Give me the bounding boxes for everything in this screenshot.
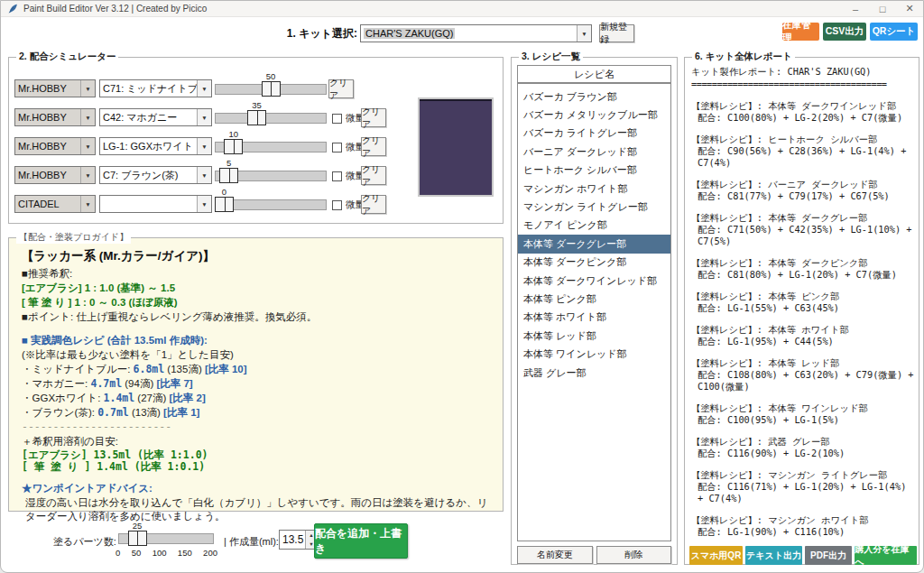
report-entry-mix: 配合: C81(77%) + C79(17%) + C67(5%) (691, 190, 915, 202)
ratio-slider[interactable]: 10 (215, 137, 327, 157)
paint-select[interactable]: ▼ (99, 195, 212, 213)
kit-select-dropdown[interactable]: CHAR'S ZAKU(GQ) ▼ (360, 24, 592, 42)
chevron-down-icon[interactable]: ▼ (577, 25, 591, 42)
text-export-button[interactable]: テキスト出力 (745, 546, 802, 565)
brand-select[interactable]: CITADEL▼ (14, 195, 96, 213)
purchase-to-stock-button[interactable]: 購入分を在庫へ (855, 546, 917, 565)
list-item[interactable]: 本体等 レッド部 (518, 327, 670, 345)
chevron-down-icon[interactable]: ▼ (197, 109, 211, 125)
slider-thumb[interactable] (215, 197, 234, 212)
slider-thumb[interactable] (128, 531, 147, 546)
list-item[interactable]: 本体等 ワインレッド部 (518, 345, 670, 363)
amount-spinner[interactable]: 13.5 ▲ ▼ (279, 530, 318, 550)
minimize-icon[interactable]: – (842, 1, 869, 16)
report-entry-name: 【塗料レシピ】: 本体等 ホワイト部 (691, 324, 915, 336)
register-kit-button[interactable]: 新規登録 (599, 24, 634, 42)
list-item[interactable]: ヒートホーク シルバー部 (518, 162, 670, 180)
chevron-down-icon[interactable]: ▼ (80, 138, 95, 154)
report-entry: 【塗料レシピ】: ヒートホーク シルバー部配合: C90(56%) + C28(… (691, 134, 915, 169)
clear-button[interactable]: クリア (361, 166, 386, 185)
list-item[interactable]: バーニア ダークレッド部 (518, 143, 670, 161)
list-item[interactable]: マシンガン ライトグレー部 (518, 198, 670, 216)
chevron-down-icon[interactable]: ▼ (80, 80, 95, 97)
chevron-down-icon[interactable]: ▼ (197, 196, 211, 212)
paint-select[interactable]: C42: マホガニー▼ (99, 108, 212, 126)
add-mix-button[interactable]: 配合を追加・上書き (314, 523, 408, 559)
list-item[interactable]: 本体等 ダークグレー部 (518, 235, 670, 253)
slider-thumb[interactable] (219, 168, 238, 183)
clear-button[interactable]: クリア (361, 195, 386, 214)
list-item[interactable]: 本体等 ダークワインレッド部 (518, 272, 670, 290)
list-item[interactable]: モノアイ ピンク部 (518, 217, 670, 235)
recipe-note: (※比率は最も少ない塗料を「1」とした目安) (22, 348, 490, 362)
list-item[interactable]: バズーカ ブラウン部 (518, 88, 670, 106)
list-item[interactable]: 本体等 ダークピンク部 (518, 254, 670, 272)
list-item[interactable]: バズーカ メタリックブルー部 (518, 106, 670, 124)
slider-thumb[interactable] (224, 139, 243, 154)
brand-select[interactable]: Mr.HOBBY▼ (14, 79, 96, 97)
clear-button[interactable]: クリア (361, 137, 386, 156)
slider-value: 50 (266, 71, 276, 81)
delete-button[interactable]: 削除 (596, 546, 671, 564)
report-entry: 【塗料レシピ】: 本体等 ピンク部配合: LG-1(55%) + C63(45%… (691, 291, 915, 314)
advice-heading: ★ワンポイントアドバイス: (22, 482, 490, 495)
maximize-icon[interactable]: □ (869, 1, 896, 16)
chevron-down-icon[interactable]: ▼ (197, 167, 211, 183)
pdf-export-button[interactable]: PDF出力 (805, 546, 852, 565)
list-item[interactable]: マシンガン ホワイト部 (518, 180, 670, 198)
chevron-down-icon[interactable]: ▼ (80, 167, 95, 183)
brand-select[interactable]: Mr.HOBBY▼ (14, 137, 96, 155)
parts-slider-ticks: 050100150200 (116, 548, 217, 558)
report-entry-name: 【塗料レシピ】: 本体等 ダークグレー部 (691, 212, 915, 224)
paint-select-value: LG-1: GGXホワイト (100, 138, 197, 154)
report-entry: 【塗料レシピ】: マシンガン ホワイト部配合: LG-1(90%) + C116… (691, 514, 915, 538)
trace-checkbox[interactable]: 微量 (332, 141, 365, 153)
chevron-down-icon[interactable]: ▼ (80, 109, 95, 125)
paint-select[interactable]: LG-1: GGXホワイト▼ (99, 137, 212, 155)
parts-slider[interactable]: 25 (118, 529, 214, 549)
stock-manage-button[interactable]: 在庫管理 (782, 23, 819, 41)
brand-select[interactable]: Mr.HOBBY▼ (14, 166, 96, 184)
chevron-down-icon[interactable]: ▼ (80, 196, 95, 212)
checkbox-box[interactable] (332, 171, 342, 181)
airbrush-dilution: [エアブラシ] 1 : 1.0 (基準) ～ 1.5 (22, 282, 490, 295)
slider-thumb[interactable] (262, 81, 281, 97)
ratio-slider[interactable]: 0 (215, 195, 327, 215)
mix-simulator-section: 2. 配合シミュレーター Mr.HOBBY▼C71: ミッドナイトブルー▼50ク… (8, 57, 504, 224)
checkbox-box[interactable] (332, 200, 342, 210)
close-icon[interactable]: ✕ (896, 1, 923, 16)
report-entry-mix: 配合: C116(90%) + LG-2(10%) (691, 448, 915, 459)
ratio-slider[interactable]: 5 (215, 166, 327, 186)
paint-select[interactable]: C71: ミッドナイトブルー▼ (99, 79, 212, 97)
brand-select-value: Mr.HOBBY (15, 80, 80, 97)
paint-select[interactable]: C7: ブラウン(茶)▼ (99, 166, 212, 184)
checkbox-box[interactable] (332, 114, 342, 124)
chevron-down-icon[interactable]: ▼ (197, 138, 211, 154)
report-entry-mix: 配合: LG-1(95%) + C44(5%) (691, 336, 915, 347)
amount-value: 13.5 (280, 531, 305, 549)
slider-track[interactable] (215, 113, 327, 124)
checkbox-box[interactable] (332, 143, 342, 152)
list-item[interactable]: 本体等 ホワイト部 (518, 309, 670, 327)
slider-thumb[interactable] (247, 110, 266, 125)
phone-qr-button[interactable]: スマホ用QR (689, 546, 743, 565)
clear-button[interactable]: クリア (361, 108, 386, 127)
clear-button[interactable]: クリア (328, 79, 354, 98)
ratio-slider[interactable]: 50 (215, 79, 327, 99)
trace-checkbox[interactable]: 微量 (332, 112, 365, 125)
list-item[interactable]: バズーカ ライトグレー部 (518, 125, 670, 143)
recipe-list[interactable]: バズーカ ブラウン部バズーカ メタリックブルー部バズーカ ライトグレー部バーニア… (517, 83, 671, 541)
list-item[interactable]: 武器 グレー部 (518, 364, 670, 382)
list-item[interactable]: 本体等 ピンク部 (518, 290, 670, 308)
ratio-slider[interactable]: 35 (215, 108, 327, 128)
report-entry-mix: 配合: C71(50%) + C42(35%) + LG-1(10%) + C7… (691, 224, 915, 247)
chevron-down-icon[interactable]: ▼ (197, 80, 211, 97)
brand-select[interactable]: Mr.HOBBY▼ (14, 108, 96, 126)
parts-count-slider[interactable]: 25 (118, 529, 214, 549)
qr-sheet-button[interactable]: QRシート (870, 23, 918, 41)
csv-export-button[interactable]: CSV出力 (823, 23, 866, 41)
rename-button[interactable]: 名前変更 (517, 546, 593, 564)
trace-checkbox[interactable]: 微量 (332, 170, 365, 182)
trace-checkbox[interactable]: 微量 (332, 199, 365, 211)
brush-dilution: [ 筆 塗 り ] 1 : 0 ～ 0.3 (ほぼ原液) (22, 296, 490, 310)
